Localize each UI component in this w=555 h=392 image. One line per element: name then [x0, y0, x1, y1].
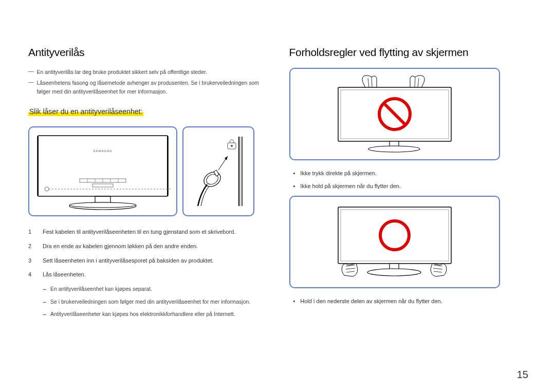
svg-rect-10 [92, 184, 113, 187]
monitor-rear-icon: SAMSUNG [33, 132, 172, 211]
sub-item-2: ‒ Se i brukerveiledningen som følger med… [43, 297, 269, 306]
correct-handling-diagram [289, 196, 500, 288]
footnote-2-text: Låseenhetens fasong og låsemetode avheng… [37, 79, 269, 96]
svg-rect-36 [338, 207, 451, 264]
monitor-rear-diagram: SAMSUNG [28, 126, 177, 216]
wrong-handling-icon [297, 72, 492, 157]
sub-item-text: Antityverilåseenheter kan kjøpes hos ele… [50, 310, 235, 319]
svg-point-11 [45, 187, 49, 191]
subsection-heading: Slik låser du en antityverilåseenhet: [28, 107, 143, 116]
svg-point-33 [368, 146, 420, 152]
step-number: 4 [28, 270, 35, 279]
bullet-dot-icon: • [293, 170, 295, 177]
svg-point-20 [231, 145, 233, 147]
step-4: 4 Lås låseenheten. [28, 270, 269, 279]
section-heading-left: Antityverilås [28, 46, 269, 59]
page-number: 15 [517, 369, 528, 381]
sub-item-text: Se i brukerveiledningen som følger med d… [50, 297, 250, 306]
correct-handling-icon [297, 199, 492, 284]
wrong-handling-diagram [289, 68, 500, 160]
bullet-text: Ikke hold på skjermen når du flytter den… [300, 182, 401, 190]
footnote-dash-icon: ― [28, 78, 34, 95]
svg-point-39 [367, 269, 421, 276]
step-text: Dra en ende av kabelen gjennom løkken på… [43, 242, 198, 251]
sub-item-1: ‒ En antityverilåseenhet kan kjøpes sepa… [43, 285, 269, 293]
dash-icon: ‒ [43, 297, 46, 306]
footnote-1-text: En antityverilås lar deg bruke produktet… [37, 68, 207, 77]
bullet-wrong-2: • Ikke hold på skjermen når du flytter d… [289, 182, 530, 190]
step-number: 3 [28, 256, 35, 266]
step-text: Lås låseenheten. [43, 270, 86, 279]
step-text: Fest kabelen til antityverilåseenheten t… [43, 228, 235, 237]
step-2: 2 Dra en ende av kabelen gjennom løkken … [28, 242, 269, 251]
step-text: Sett låseenheten inn i antityverilåsespo… [43, 256, 214, 266]
step-3: 3 Sett låseenheten inn i antityverilåses… [28, 256, 269, 266]
footnote-2: ― Låseenhetens fasong og låsemetode avhe… [28, 79, 269, 96]
footnote-1: ― En antityverilås lar deg bruke produkt… [28, 68, 269, 77]
steps-list: 1 Fest kabelen til antityverilåseenheten… [28, 228, 269, 319]
lock-diagram-row: SAMSUNG [28, 126, 269, 216]
sub-list: ‒ En antityverilåseenhet kan kjøpes sepa… [43, 285, 269, 319]
svg-rect-1 [38, 136, 39, 196]
wrong-bullets: • Ikke trykk direkte på skjermen. • Ikke… [289, 170, 530, 191]
bullet-wrong-1: • Ikke trykk direkte på skjermen. [289, 170, 530, 177]
bullet-dot-icon: • [293, 182, 295, 190]
bullet-text: Ikke trykk direkte på skjermen. [300, 170, 377, 177]
bullet-text: Hold i den nederste delen av skjermen nå… [300, 297, 442, 305]
dash-icon: ‒ [43, 285, 46, 293]
bullet-correct-1: • Hold i den nederste delen av skjermen … [289, 297, 530, 305]
lock-detail-diagram [182, 126, 254, 216]
step-number: 1 [28, 228, 35, 237]
footnote-dash-icon: ― [28, 67, 34, 76]
section-heading-right: Forholdsregler ved flytting av skjermen [289, 46, 530, 59]
svg-text:SAMSUNG: SAMSUNG [93, 150, 112, 153]
bullet-dot-icon: • [293, 297, 295, 305]
svg-point-15 [69, 202, 136, 208]
step-1: 1 Fest kabelen til antityverilåseenheten… [28, 228, 269, 237]
correct-bullets: • Hold i den nederste delen av skjermen … [289, 297, 530, 305]
sub-item-text: En antityverilåseenhet kan kjøpes separa… [50, 285, 152, 293]
lock-detail-icon [188, 132, 249, 211]
step-number: 2 [28, 242, 35, 251]
dash-icon: ‒ [43, 310, 46, 319]
sub-item-3: ‒ Antityverilåseenheter kan kjøpes hos e… [43, 310, 269, 319]
svg-rect-2 [167, 136, 168, 196]
